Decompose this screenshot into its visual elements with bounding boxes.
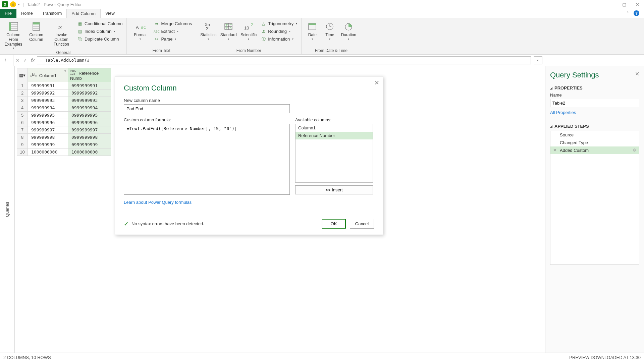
time-button[interactable]: Time ▾ (322, 19, 338, 41)
help-icon[interactable]: ? (634, 10, 639, 16)
fx-icon[interactable]: fx (31, 57, 35, 63)
applied-steps-section-title[interactable]: APPLIED STEPS (550, 124, 639, 129)
cell-column1[interactable]: 999999994 (28, 104, 68, 112)
custom-column-icon (31, 21, 42, 32)
queries-rail[interactable]: Queries (0, 66, 15, 353)
cell-column1[interactable]: 999999999 (28, 141, 68, 148)
cancel-button[interactable]: Cancel (350, 219, 374, 229)
cell-column1[interactable]: 999999993 (28, 97, 68, 104)
cell-column1[interactable]: 1000000000 (28, 148, 68, 156)
formula-input[interactable] (37, 56, 531, 64)
column-header-column1[interactable]: ABC Column1 ▾ (28, 68, 68, 82)
tab-transform[interactable]: Transform (38, 9, 67, 18)
ribbon-collapse-icon[interactable]: ˄ (627, 11, 629, 15)
svg-text:fx: fx (58, 25, 62, 30)
standard-button[interactable]: +−÷× Standard ▾ (219, 19, 238, 41)
cell-reference-number[interactable]: 1000000000 (68, 148, 111, 156)
cell-reference-number[interactable]: 0999999998 (68, 134, 111, 141)
properties-section-title[interactable]: PROPERTIES (550, 85, 639, 90)
table-row[interactable]: 6 999999996 0999999996 (17, 119, 111, 126)
gear-icon[interactable]: ⚙ (633, 148, 636, 153)
table-row[interactable]: 3 999999993 0999999993 (17, 97, 111, 104)
tab-home[interactable]: Home (16, 9, 38, 18)
dialog-close-icon[interactable]: ✕ (374, 79, 379, 86)
formula-textarea[interactable] (124, 124, 290, 195)
insert-button[interactable]: << Insert (295, 185, 373, 194)
available-column-column1[interactable]: Column1 (296, 124, 373, 132)
cell-column1[interactable]: 999999998 (28, 134, 68, 141)
table-row[interactable]: 2 999999992 0999999992 (17, 89, 111, 97)
step-changed-type[interactable]: Changed Type (550, 139, 639, 146)
tab-file[interactable]: File (0, 9, 16, 18)
table-row[interactable]: 5 999999995 0999999995 (17, 112, 111, 119)
parse-button[interactable]: ✂ Parse ▾ (152, 36, 193, 43)
cell-reference-number[interactable]: 0999999997 (68, 126, 111, 134)
duplicate-column-button[interactable]: ⿻ Duplicate Column (76, 36, 124, 43)
cell-reference-number[interactable]: 0999999996 (68, 119, 111, 126)
invoke-custom-function-button[interactable]: fx Invoke Custom Function (48, 19, 74, 47)
table-corner[interactable]: ▦▾ (17, 68, 28, 82)
available-columns-list: Column1 Reference Number (295, 124, 373, 183)
custom-column-button[interactable]: Custom Column (25, 19, 47, 42)
table-row[interactable]: 8 999999998 0999999998 (17, 134, 111, 141)
tab-view[interactable]: View (101, 9, 119, 18)
delete-step-icon[interactable]: ✕ (553, 148, 556, 153)
extract-button[interactable]: ABC Extract ▾ (152, 28, 193, 35)
window-minimize-icon[interactable]: — (608, 2, 613, 7)
trigonometry-button[interactable]: △ Trigonometry ▾ (259, 20, 299, 27)
window-close-icon[interactable]: ✕ (636, 2, 639, 7)
cell-column1[interactable]: 999999997 (28, 126, 68, 134)
information-button[interactable]: ⓘ Information ▾ (259, 36, 299, 43)
cell-reference-number[interactable]: 0999999992 (68, 89, 111, 97)
step-source[interactable]: Source (550, 131, 639, 139)
cell-reference-number[interactable]: 0999999991 (68, 82, 111, 89)
panel-close-icon[interactable]: ✕ (635, 71, 639, 77)
duration-button[interactable]: Duration ▾ (339, 19, 358, 41)
cell-reference-number[interactable]: 0999999993 (68, 97, 111, 104)
cell-column1[interactable]: 999999991 (28, 82, 68, 89)
ribbon-group-general: Column From Examples ▾ Custom Column fx … (0, 18, 127, 54)
window-title: Table2 - Power Query Editor (27, 2, 82, 7)
rounding-button[interactable]: .0 Rounding ▾ (259, 28, 299, 35)
fx-commit-icon[interactable]: ✓ (23, 57, 28, 63)
cell-column1[interactable]: 999999992 (28, 89, 68, 97)
step-added-custom[interactable]: ✕ Added Custom ⚙ (550, 146, 639, 154)
table-row[interactable]: 7 999999997 0999999997 (17, 126, 111, 134)
filter-dropdown-icon[interactable]: ▾ (63, 69, 67, 73)
smiley-icon[interactable]: ☺ (10, 1, 16, 7)
queries-expand-icon[interactable]: 〉 (0, 55, 13, 66)
statistics-button[interactable]: XσΣ Statistics ▾ (199, 19, 218, 41)
cell-column1[interactable]: 999999995 (28, 112, 68, 119)
tab-add-column[interactable]: Add Column (66, 9, 101, 18)
learn-link[interactable]: Learn about Power Query formulas (124, 200, 192, 205)
format-button[interactable]: ABC Format ▾ (129, 19, 151, 41)
merge-columns-button[interactable]: ⬌ Merge Columns (152, 20, 193, 27)
fx-cancel-icon[interactable]: ✕ (15, 57, 20, 63)
cell-reference-number[interactable]: 0999999999 (68, 141, 111, 148)
column-header-reference-number[interactable]: ABC123 Reference Numb (68, 68, 111, 82)
window-maximize-icon[interactable]: ▢ (622, 2, 626, 7)
new-column-name-input[interactable] (124, 104, 290, 113)
cell-reference-number[interactable]: 0999999995 (68, 112, 111, 119)
ok-button[interactable]: OK (322, 219, 346, 229)
group-label-from-datetime: From Date & Time (304, 48, 358, 54)
all-properties-link[interactable]: All Properties (550, 110, 576, 115)
qat-dropdown-icon[interactable]: ▾ (18, 3, 20, 6)
table-row[interactable]: 9 999999999 0999999999 (17, 141, 111, 148)
table-row[interactable]: 4 999999994 0999999994 (17, 104, 111, 112)
cell-reference-number[interactable]: 0999999994 (68, 104, 111, 112)
table-row[interactable]: 10 1000000000 1000000000 (17, 148, 111, 156)
date-button[interactable]: Date ▾ (304, 19, 320, 41)
duplicate-icon: ⿻ (77, 36, 83, 42)
available-column-reference-number[interactable]: Reference Number (296, 132, 373, 139)
cell-column1[interactable]: 999999996 (28, 119, 68, 126)
scientific-button[interactable]: 102 Scientific ▾ (239, 19, 258, 41)
conditional-column-button[interactable]: ▦ Conditional Column (76, 20, 124, 27)
chevron-down-icon: ▾ (13, 47, 14, 50)
query-name-input[interactable] (550, 99, 639, 107)
group-label-from-text: From Text (129, 48, 193, 54)
table-row[interactable]: 1 999999991 0999999991 (17, 82, 111, 89)
formula-dropdown-icon[interactable]: ▾ (534, 56, 542, 64)
column-from-examples-button[interactable]: Column From Examples ▾ (3, 19, 24, 50)
index-column-button[interactable]: ▤ Index Column ▾ (76, 28, 124, 35)
